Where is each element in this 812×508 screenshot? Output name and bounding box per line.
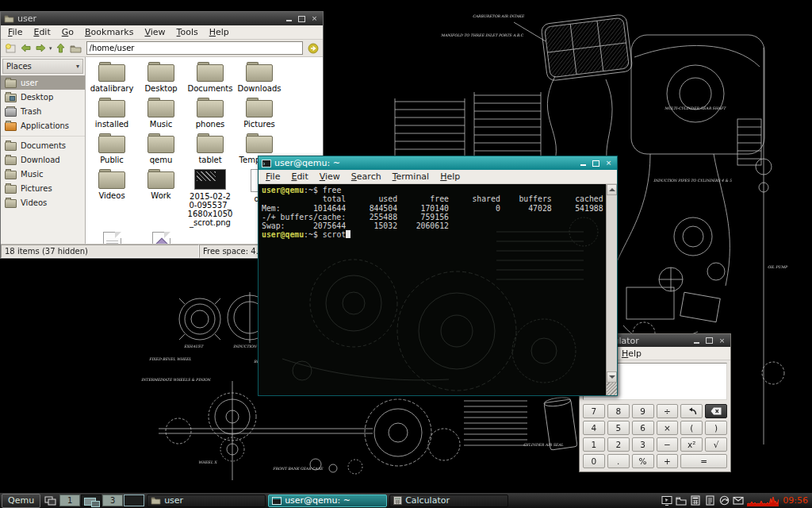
fm-menu-edit[interactable]: Edit	[28, 26, 56, 38]
maximize-button[interactable]	[297, 14, 307, 23]
file-item-Public[interactable]: Public	[88, 133, 136, 164]
close-button[interactable]: ×	[309, 14, 320, 23]
scroll-down-icon[interactable]	[607, 371, 617, 383]
sidebar-item-applications[interactable]: Applications	[1, 118, 85, 133]
path-input[interactable]	[86, 41, 303, 55]
calc-key-3[interactable]: 3	[632, 437, 654, 452]
screen-share-icon[interactable]	[661, 495, 673, 507]
calc-key-−[interactable]: −	[657, 437, 679, 452]
calc-key-×[interactable]: ×	[657, 421, 679, 435]
sidebar-item-videos[interactable]: Videos	[1, 195, 85, 210]
file-item-qemu[interactable]: qemu	[137, 133, 185, 164]
calc-key-8[interactable]: 8	[607, 404, 630, 418]
workspace-2[interactable]	[81, 495, 102, 506]
terminal-menu-edit[interactable]: Edit	[285, 171, 313, 183]
terminal-menu-help[interactable]: Help	[435, 171, 465, 183]
sidebar-item-pictures[interactable]: Pictures	[1, 181, 85, 195]
home-folder-icon[interactable]	[70, 42, 82, 55]
sidebar-item-desktop[interactable]: Desktop	[1, 90, 85, 104]
calc-key-.[interactable]: .	[607, 454, 630, 468]
close-button[interactable]: ×	[717, 337, 727, 345]
file-item-Work[interactable]: Work	[137, 169, 185, 227]
sidebar-item-documents[interactable]: Documents	[1, 138, 85, 152]
resize-grip[interactable]	[606, 383, 617, 395]
minimize-button[interactable]	[284, 14, 294, 23]
maximize-button[interactable]	[591, 159, 601, 167]
calc-key-5[interactable]: 5	[607, 421, 630, 435]
browser-icon[interactable]	[718, 495, 730, 507]
calc-key-4[interactable]: 4	[583, 421, 605, 435]
fm-menu-tools[interactable]: Tools	[171, 26, 204, 38]
calc-key-undo-arrow[interactable]	[680, 404, 703, 418]
file-item-2015-02-20-095537_1680x1050_scrot.png[interactable]: 2015-02-20-095537_1680x1050_scrot.png	[186, 169, 234, 227]
calc-key-=[interactable]: =	[680, 454, 727, 468]
calculator-icon[interactable]	[689, 495, 702, 507]
calc-key-+[interactable]: +	[657, 454, 679, 468]
calc-key-([interactable]: (	[680, 421, 703, 435]
forward-icon[interactable]	[34, 42, 47, 55]
sidebar-item-download[interactable]: Download	[1, 152, 85, 167]
file-item-Desktop[interactable]: Desktop	[137, 62, 185, 93]
file-item-tablet[interactable]: tablet	[186, 133, 234, 164]
terminal-scrollbar[interactable]	[606, 184, 617, 383]
file-item-Downloads[interactable]: Downloads	[236, 62, 283, 93]
sidebar-item-trash[interactable]: Trash	[1, 104, 85, 118]
file-item-Documents[interactable]: Documents	[186, 62, 234, 93]
minimize-button[interactable]	[578, 159, 588, 167]
terminal-titlebar[interactable]: user@qemu: ~ ×	[259, 156, 617, 170]
file-item-datalibrary[interactable]: datalibrary	[88, 62, 136, 93]
calc-key-0[interactable]: 0	[583, 454, 605, 468]
new-tab-icon[interactable]	[4, 42, 17, 55]
file-item-Music[interactable]: Music	[137, 98, 185, 129]
close-button[interactable]: ×	[603, 159, 614, 167]
file-manager-titlebar[interactable]: user ×	[1, 12, 323, 25]
fm-menu-go[interactable]: Go	[56, 26, 79, 38]
terminal-menu-file[interactable]: File	[260, 171, 285, 183]
taskbar-task-user-qemu-[interactable]: user@qemu: ~	[268, 495, 387, 507]
file-item-Pictures[interactable]: Pictures	[236, 98, 283, 129]
calc-key-9[interactable]: 9	[632, 404, 654, 418]
calc-key-7[interactable]: 7	[583, 404, 605, 418]
calc-key-6[interactable]: 6	[632, 421, 654, 435]
taskbar-task-user[interactable]: user	[147, 495, 266, 507]
qemu-menu-button[interactable]: Qemu	[2, 494, 40, 508]
calc-key-%[interactable]: %	[632, 454, 654, 468]
terminal-menu-terminal[interactable]: Terminal	[387, 171, 435, 183]
calc-key-√[interactable]: √	[705, 437, 727, 452]
clock[interactable]: 09:56	[783, 495, 808, 506]
fm-menu-help[interactable]: Help	[204, 26, 235, 38]
workspace-1[interactable]: 1	[59, 495, 80, 506]
workspace-3[interactable]: 3	[102, 495, 123, 506]
workspace-pager[interactable]: 13	[59, 495, 144, 506]
up-icon[interactable]	[55, 42, 67, 55]
history-dropdown-icon[interactable]: ▾	[49, 45, 52, 52]
workspace-4[interactable]	[124, 495, 144, 506]
file-item-phones[interactable]: phones	[186, 98, 234, 129]
mail-icon[interactable]	[732, 495, 745, 507]
calc-key-÷[interactable]: ÷	[657, 404, 679, 418]
file-item-unnamed[interactable]	[137, 232, 185, 244]
window-list-icon[interactable]	[43, 495, 57, 507]
terminal-content[interactable]: user@qemu:~$ free total used free shared…	[259, 184, 617, 395]
scroll-up-icon[interactable]	[607, 184, 617, 195]
calc-key-x²[interactable]: x²	[680, 437, 703, 452]
maximize-button[interactable]	[704, 337, 714, 345]
fm-menu-file[interactable]: File	[2, 26, 28, 38]
back-icon[interactable]	[19, 42, 32, 55]
terminal-menu-view[interactable]: View	[314, 171, 346, 183]
terminal-menu-search[interactable]: Search	[346, 171, 387, 183]
calc-key-1[interactable]: 1	[583, 437, 605, 452]
calc-key-)[interactable]: )	[705, 421, 727, 435]
cpu-graph[interactable]	[747, 495, 779, 506]
calc-key-2[interactable]: 2	[607, 437, 630, 452]
places-selector[interactable]: Places ▾	[2, 59, 83, 74]
calculator-menu-help[interactable]: Help	[616, 348, 647, 360]
file-item-installed[interactable]: installed	[88, 98, 136, 129]
folder-icon[interactable]	[675, 495, 688, 507]
minimize-button[interactable]	[691, 337, 702, 345]
fm-menu-bookmarks[interactable]: Bookmarks	[79, 26, 139, 38]
sidebar-item-user[interactable]: user	[1, 75, 85, 90]
fm-menu-view[interactable]: View	[139, 26, 170, 38]
file-item-Videos[interactable]: Videos	[88, 169, 136, 227]
go-icon[interactable]	[307, 42, 320, 55]
